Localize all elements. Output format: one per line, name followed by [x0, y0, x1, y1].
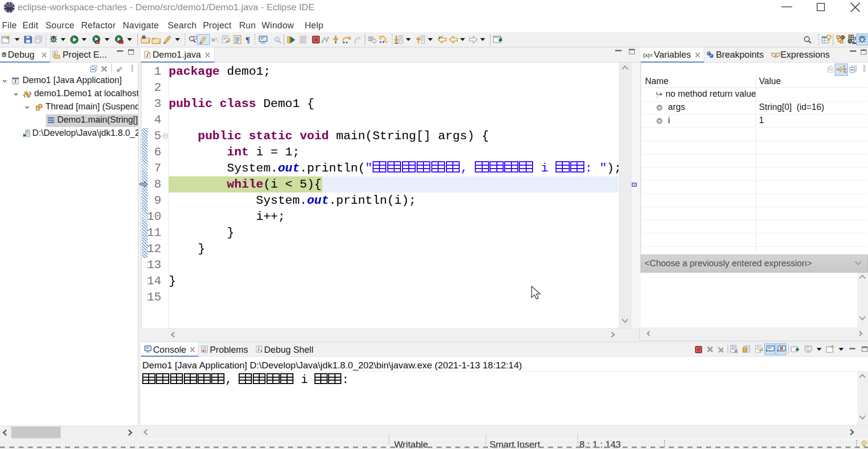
svg-text:J: J — [257, 347, 260, 352]
svg-text:J: J — [14, 79, 17, 84]
svg-text:x=: x= — [774, 55, 778, 58]
svg-text:(x)=: (x)= — [643, 52, 653, 58]
svg-text:¶: ¶ — [245, 35, 250, 44]
svg-text:J: J — [146, 53, 148, 58]
